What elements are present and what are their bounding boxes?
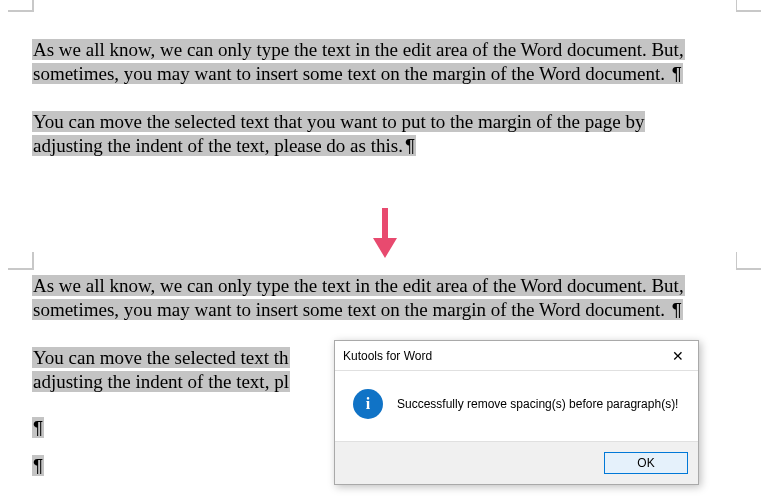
para1-line1: As we all know, we can only type the tex… — [32, 39, 685, 60]
document-before: As we all know, we can only type the tex… — [0, 0, 769, 200]
para2-line2: adjusting the indent of the text, please… — [32, 135, 404, 156]
doc-before-text: As we all know, we can only type the tex… — [32, 38, 735, 158]
pilcrow-icon: ¶ — [671, 299, 683, 320]
dialog-message: Successfully remove spacing(s) before pa… — [397, 397, 678, 411]
para1-line1: As we all know, we can only type the tex… — [32, 275, 685, 296]
para1-line2: sometimes, you may want to insert some t… — [32, 63, 671, 84]
message-dialog: Kutools for Word ✕ i Successfully remove… — [334, 340, 699, 485]
dialog-body: i Successfully remove spacing(s) before … — [335, 371, 698, 441]
dialog-footer: OK — [335, 441, 698, 484]
dialog-titlebar[interactable]: Kutools for Word ✕ — [335, 341, 698, 371]
para2-line2-truncated: adjusting the indent of the text, pl — [32, 371, 290, 392]
para1-line2: sometimes, you may want to insert some t… — [32, 299, 671, 320]
ok-button[interactable]: OK — [604, 452, 688, 474]
info-icon: i — [353, 389, 383, 419]
info-icon-glyph: i — [366, 395, 370, 413]
pilcrow-icon: ¶ — [32, 455, 44, 476]
para2-line1-truncated: You can move the selected text th — [32, 347, 290, 368]
page-margin-marks-top — [0, 0, 769, 14]
pilcrow-icon: ¶ — [404, 135, 416, 156]
pilcrow-icon: ¶ — [671, 63, 683, 84]
dialog-title: Kutools for Word — [343, 349, 658, 363]
pilcrow-icon: ¶ — [32, 417, 44, 438]
para2-line1: You can move the selected text that you … — [32, 111, 645, 132]
page-margin-marks-top — [0, 258, 769, 272]
close-icon: ✕ — [672, 348, 684, 364]
arrow-down — [0, 206, 769, 264]
arrow-down-icon — [365, 206, 405, 260]
close-button[interactable]: ✕ — [658, 341, 698, 371]
